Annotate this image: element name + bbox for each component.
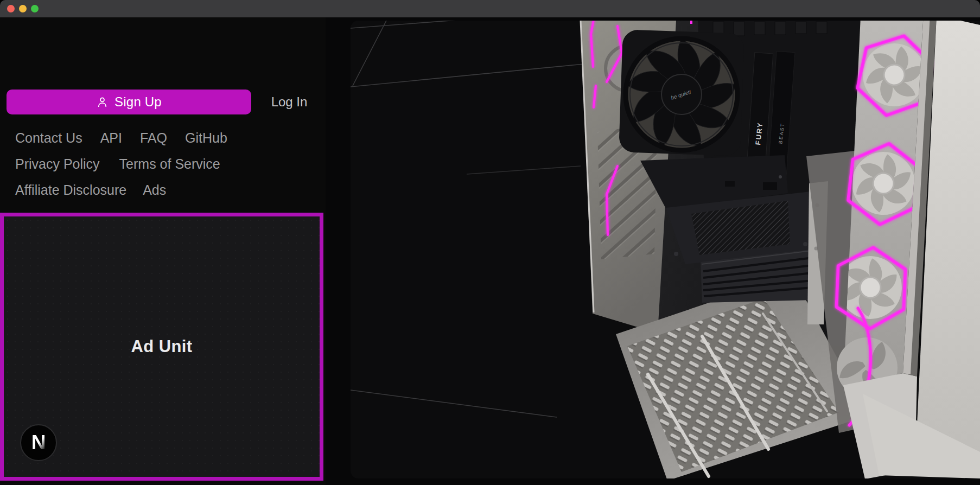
sign-up-label: Sign Up (114, 94, 162, 110)
footer-links-row-2: Privacy Policy Terms of Service (15, 155, 220, 173)
link-api[interactable]: API (100, 129, 122, 146)
titlebar (0, 0, 980, 17)
log-in-button[interactable]: Log In (259, 90, 319, 114)
app-window: Sign Up Log In Contact Us API FAQ GitHub… (0, 0, 980, 485)
grid-lines (351, 21, 584, 417)
3d-pc-viewer[interactable]: FURY BEAST (351, 21, 980, 478)
link-affiliate-disclosure[interactable]: Affiliate Disclosure (15, 181, 126, 199)
cpu-cooler-fan: be quiet! (619, 29, 744, 156)
n-logo-letter: N (31, 432, 46, 452)
minimize-window-button[interactable] (19, 5, 27, 12)
person-icon (96, 96, 109, 109)
pc-case-render: FURY BEAST (581, 21, 980, 478)
sign-up-button[interactable]: Sign Up (7, 90, 251, 114)
traffic-lights (7, 5, 39, 12)
pc-case-3d-scene: FURY BEAST (351, 21, 980, 478)
link-github[interactable]: GitHub (185, 129, 227, 146)
link-contact-us[interactable]: Contact Us (15, 129, 82, 146)
link-faq[interactable]: FAQ (140, 129, 167, 146)
link-privacy-policy[interactable]: Privacy Policy (15, 155, 100, 173)
ad-unit[interactable]: Ad Unit N (0, 213, 323, 481)
footer-links-row-1: Contact Us API FAQ GitHub (15, 129, 227, 146)
n-logo-icon[interactable]: N (20, 424, 57, 461)
sidebar: Sign Up Log In Contact Us API FAQ GitHub… (0, 17, 326, 485)
close-window-button[interactable] (7, 5, 15, 12)
footer-links-row-3: Affiliate Disclosure Ads (15, 181, 166, 199)
link-terms-of-service[interactable]: Terms of Service (119, 155, 220, 173)
ad-unit-label: Ad Unit (131, 337, 193, 356)
link-ads[interactable]: Ads (143, 181, 166, 199)
zoom-window-button[interactable] (31, 5, 39, 12)
